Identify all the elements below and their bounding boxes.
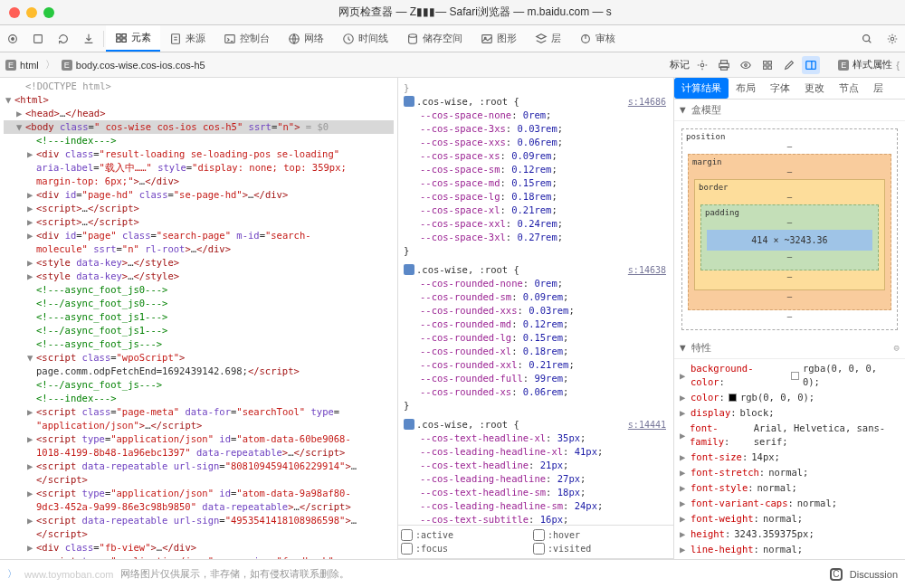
minimize-window-icon[interactable]	[26, 7, 37, 18]
computed-prop-row[interactable]: ▶height 3243.359375px;	[680, 526, 900, 542]
dom-line[interactable]: <!--/async_foot_js--->	[4, 378, 394, 392]
close-window-icon[interactable]	[9, 7, 20, 18]
computed-prop-row[interactable]: ▶font-variant-caps normal;	[680, 496, 900, 511]
tab-layout[interactable]: 布局	[729, 78, 763, 99]
grid-icon[interactable]	[758, 56, 776, 74]
source-link[interactable]: s:14686	[628, 95, 666, 109]
css-rule[interactable]: .cos-wise, :root { s:14441--cos-text-hea…	[404, 418, 668, 525]
css-rule[interactable]: .cos-wise, :root { s:14686--cos-space-no…	[404, 95, 668, 258]
tab-layer[interactable]: 层	[866, 78, 891, 99]
crumb-body[interactable]: body.cos-wise.cos-ios.cos-h5	[76, 60, 205, 71]
tab-storage[interactable]: 储存空间	[397, 25, 472, 52]
tab-fonts[interactable]: 字体	[763, 78, 797, 99]
dom-line[interactable]: ▶<style data-key>…</style>	[4, 270, 394, 283]
tab-changes[interactable]: 更改	[797, 78, 832, 99]
tab-audit[interactable]: 审核	[570, 25, 624, 52]
discussion-icon[interactable]: C	[830, 568, 843, 581]
computed-prop-row[interactable]: ▶font-family Arial, Helvetica, sans-seri…	[680, 421, 900, 450]
computed-prop-row[interactable]: ▶line-height normal;	[680, 542, 900, 557]
styles-rules[interactable]: }.cos-wise, :root { s:14686--cos-space-n…	[398, 78, 673, 525]
dom-line[interactable]: margin-top: 6px;">…</div>	[4, 175, 394, 188]
tab-graphics[interactable]: 图形	[472, 25, 526, 52]
edit-icon[interactable]	[780, 56, 798, 74]
dom-line[interactable]: ▶<script data-repeatable url-sign="80810…	[4, 460, 394, 473]
dom-line[interactable]: ▶<div id="page" class="search-page" m-id…	[4, 229, 394, 242]
computed-prop-row[interactable]: ▶font-style normal;	[680, 480, 900, 496]
dom-line[interactable]: <!---async_foot_js0--->	[4, 283, 394, 297]
tab-timeline[interactable]: 时间线	[333, 25, 397, 52]
svg-rect-26	[806, 61, 816, 69]
dom-line[interactable]: ▶<head>…</head>	[4, 107, 394, 120]
dom-line[interactable]: </script>	[4, 473, 394, 487]
dom-line[interactable]: page.comm.odpFetchEnd=1692439142.698;</s…	[4, 365, 394, 378]
download-icon[interactable]	[76, 27, 101, 51]
dom-line[interactable]: ▶<script>…</script>	[4, 215, 394, 229]
tab-network[interactable]: 网络	[279, 25, 333, 52]
source-link[interactable]: s:14638	[628, 263, 666, 277]
pseudo-active[interactable]: :active	[401, 528, 533, 542]
tab-console[interactable]: 控制台	[214, 25, 279, 52]
computed-prop-row[interactable]: ▶background-color rgba(0, 0, 0, 0);	[680, 361, 900, 390]
settings-icon[interactable]	[693, 56, 711, 74]
dom-line[interactable]: 9dc3-452a-9a99-86e3c98b9850" data-repeat…	[4, 500, 394, 514]
sidebar-toggle-icon[interactable]	[802, 56, 820, 74]
eye-icon[interactable]	[737, 56, 755, 74]
dom-line[interactable]: ▶<script class="page-meta" data-for="sea…	[4, 405, 394, 419]
content-size: 414 × ~3243.36	[707, 230, 872, 251]
dom-line[interactable]: <!---index--->	[4, 392, 394, 405]
computed-props-list[interactable]: ▶background-color rgba(0, 0, 0, 0);▶colo…	[674, 359, 905, 559]
dom-line[interactable]: ▶<script>…</script>	[4, 202, 394, 215]
svg-rect-5	[117, 38, 120, 42]
tab-computed[interactable]: 计算结果	[674, 78, 729, 99]
target-icon[interactable]	[0, 27, 25, 51]
pseudo-focus[interactable]: :focus	[401, 542, 533, 555]
svg-point-16	[891, 37, 894, 41]
computed-prop-row[interactable]: ▶color rgb(0, 0, 0);	[680, 390, 900, 405]
tab-sources[interactable]: 来源	[160, 25, 214, 52]
dom-line[interactable]: ▶<script type="application/json" id="ato…	[4, 432, 394, 446]
dom-line[interactable]: <!--/async_foot_js1--->	[4, 324, 394, 337]
maximize-window-icon[interactable]	[43, 7, 54, 18]
dom-tree-panel[interactable]: <!DOCTYPE html>▼<html>▶<head>…</head>▼<b…	[0, 78, 398, 583]
dom-line[interactable]: ▶<div class="fb-view">…</div>	[4, 541, 394, 555]
dom-line[interactable]: 1018-4199-8b48-1a96ebc1397" data-repeata…	[4, 446, 394, 460]
tab-node[interactable]: 节点	[832, 78, 866, 99]
settings-gear-icon[interactable]	[880, 27, 905, 51]
css-rule[interactable]: .cos-wise, :root { s:14638--cos-rounded-…	[404, 263, 668, 413]
dom-line[interactable]: <!DOCTYPE html>	[4, 80, 394, 93]
dom-line[interactable]: ▶<div class="result-loading se-loading-p…	[4, 147, 394, 161]
computed-prop-row[interactable]: ▶font-weight normal;	[680, 511, 900, 526]
pseudo-hover[interactable]: :hover	[533, 528, 665, 542]
dom-line[interactable]: aria-label="载入中……" style="display: none;…	[4, 161, 394, 175]
computed-prop-row[interactable]: ▶font-size 14px;	[680, 450, 900, 465]
dom-line[interactable]: ▶<style data-key>…</style>	[4, 256, 394, 270]
crumb-html[interactable]: html	[20, 60, 39, 71]
tab-elements[interactable]: 元素	[106, 25, 160, 52]
discussion-label[interactable]: Discussion	[850, 569, 898, 580]
dom-line[interactable]: <!---async_foot_js--->	[4, 337, 394, 351]
dom-line[interactable]: molecule" ssrt="n" rl-root>…</div>	[4, 242, 394, 256]
pseudo-visited[interactable]: :visited	[533, 542, 665, 555]
dom-line[interactable]: </script>	[4, 527, 394, 541]
device-icon[interactable]	[25, 27, 51, 51]
source-link[interactable]: s:14441	[628, 418, 666, 432]
dom-line[interactable]: <!--/async_foot_js0--->	[4, 297, 394, 310]
dom-line[interactable]: ▶<script data-repeatable url-sign="49535…	[4, 514, 394, 527]
dom-line[interactable]: ▶<script type="application/json" id="ato…	[4, 487, 394, 500]
dom-line[interactable]: "application/json">…</script>	[4, 419, 394, 432]
dom-line[interactable]: ▼<html>	[4, 93, 394, 107]
search-icon[interactable]	[854, 27, 880, 51]
computed-prop-row[interactable]: ▶font-stretch normal;	[680, 465, 900, 480]
dom-line[interactable]: ▼<script class="wpoScript">	[4, 351, 394, 365]
dom-line[interactable]: ▶<div id="page-hd" class="se-page-hd">…<…	[4, 188, 394, 202]
tab-layers[interactable]: 层	[526, 25, 570, 52]
reload-icon[interactable]	[51, 27, 76, 51]
dom-line[interactable]: <!---index--->	[4, 134, 394, 147]
print-icon[interactable]	[715, 56, 733, 74]
box-model[interactable]: position – margin – border – padding – 4…	[674, 121, 905, 337]
dom-line[interactable]: <!---async_foot_js1--->	[4, 310, 394, 324]
svg-rect-2	[34, 34, 43, 43]
console-prompt-icon[interactable]: 〉	[7, 567, 17, 581]
computed-prop-row[interactable]: ▶display block;	[680, 405, 900, 421]
dom-line[interactable]: ▼<body class=" cos-wise cos-ios cos-h5" …	[4, 120, 394, 134]
